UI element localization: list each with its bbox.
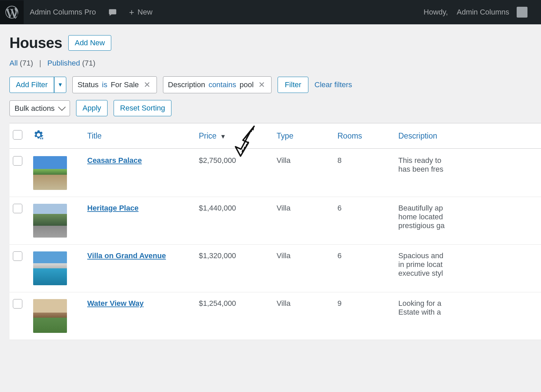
row-type: Villa bbox=[273, 245, 334, 292]
view-all-count: (71) bbox=[20, 59, 33, 67]
table-row: Villa on Grand Avenue$1,320,000Villa6Spa… bbox=[9, 245, 541, 292]
row-description: Beautifully aphome locatedprestigious ga bbox=[395, 197, 541, 245]
posts-table: Title Price ▼ Type Rooms Description Cea… bbox=[9, 123, 541, 340]
filter-chip-description[interactable]: Description contains pool ✕ bbox=[163, 76, 272, 93]
view-filters: All (71) | Published (71) bbox=[9, 59, 541, 68]
filter-value: pool bbox=[240, 80, 254, 89]
column-title[interactable]: Title bbox=[84, 123, 195, 149]
column-settings-icon[interactable] bbox=[30, 123, 84, 149]
avatar bbox=[517, 7, 527, 18]
row-type: Villa bbox=[273, 149, 334, 197]
filter-button[interactable]: Filter bbox=[278, 77, 308, 93]
page-content: Houses Add New All (71) | Published (71)… bbox=[0, 24, 541, 340]
row-description: This ready tohas been fres bbox=[395, 149, 541, 197]
admin-bar: Admin Columns Pro + New Howdy, Admin Col… bbox=[0, 0, 541, 24]
row-rooms: 9 bbox=[334, 292, 395, 340]
user-name: Admin Columns bbox=[457, 8, 509, 17]
filter-op: contains bbox=[209, 80, 236, 89]
column-price[interactable]: Price ▼ bbox=[195, 123, 273, 149]
row-thumbnail[interactable] bbox=[33, 299, 67, 333]
select-all-checkbox[interactable] bbox=[13, 130, 22, 140]
add-filter-dropdown-toggle[interactable]: ▼ bbox=[54, 77, 66, 93]
row-type: Villa bbox=[273, 292, 334, 340]
row-title-link[interactable]: Ceasars Palace bbox=[87, 156, 142, 165]
row-price: $1,254,000 bbox=[195, 292, 273, 340]
plus-icon: + bbox=[129, 7, 134, 18]
filter-field: Description bbox=[168, 80, 205, 89]
table-row: Water View Way$1,254,000Villa9Looking fo… bbox=[9, 292, 541, 340]
row-description: Looking for aEstate with a bbox=[395, 292, 541, 340]
row-thumbnail[interactable] bbox=[33, 156, 67, 190]
row-price: $2,750,000 bbox=[195, 149, 273, 197]
sort-desc-icon: ▼ bbox=[220, 133, 226, 140]
row-price: $1,440,000 bbox=[195, 197, 273, 245]
column-type[interactable]: Type bbox=[273, 123, 334, 149]
account-menu[interactable]: Howdy, Admin Columns bbox=[418, 7, 534, 18]
filter-op: is bbox=[102, 80, 108, 89]
row-checkbox[interactable] bbox=[13, 251, 22, 261]
filter-value: For Sale bbox=[111, 80, 139, 89]
table-row: Ceasars Palace$2,750,000Villa8This ready… bbox=[9, 149, 541, 197]
page-header: Houses Add New bbox=[9, 34, 541, 51]
row-title-link[interactable]: Heritage Place bbox=[87, 204, 139, 212]
row-thumbnail[interactable] bbox=[33, 204, 67, 238]
row-description: Spacious andin prime locatexecutive styl bbox=[395, 245, 541, 292]
filter-row: Add Filter ▼ Status is For Sale ✕ Descri… bbox=[9, 76, 541, 93]
row-title-link[interactable]: Water View Way bbox=[87, 299, 144, 308]
row-price: $1,320,000 bbox=[195, 245, 273, 292]
new-content-link[interactable]: + New bbox=[123, 7, 159, 18]
view-sep: | bbox=[39, 59, 41, 67]
filter-chip-status[interactable]: Status is For Sale ✕ bbox=[72, 76, 157, 93]
site-title: Admin Columns Pro bbox=[30, 8, 96, 17]
column-checkbox bbox=[9, 123, 30, 149]
howdy-text: Howdy, bbox=[424, 8, 448, 17]
bulk-actions-select[interactable]: Bulk actions bbox=[9, 100, 70, 116]
wordpress-logo-icon[interactable] bbox=[0, 0, 24, 24]
add-filter-button-group: Add Filter ▼ bbox=[9, 77, 66, 93]
table-row: Heritage Place$1,440,000Villa6Beautifull… bbox=[9, 197, 541, 245]
add-new-button[interactable]: Add New bbox=[68, 35, 111, 51]
site-title-link[interactable]: Admin Columns Pro bbox=[24, 8, 102, 17]
page-title: Houses bbox=[9, 34, 62, 51]
row-thumbnail[interactable] bbox=[33, 251, 67, 285]
apply-button[interactable]: Apply bbox=[76, 100, 108, 116]
row-checkbox[interactable] bbox=[13, 204, 22, 213]
clear-filters-link[interactable]: Clear filters bbox=[314, 80, 352, 89]
row-rooms: 6 bbox=[334, 197, 395, 245]
row-rooms: 6 bbox=[334, 245, 395, 292]
view-all-link[interactable]: All bbox=[9, 59, 18, 67]
row-title-link[interactable]: Villa on Grand Avenue bbox=[87, 251, 166, 260]
row-checkbox[interactable] bbox=[13, 299, 22, 309]
view-published-link[interactable]: Published bbox=[47, 59, 80, 67]
row-rooms: 8 bbox=[334, 149, 395, 197]
row-type: Villa bbox=[273, 197, 334, 245]
close-icon[interactable]: ✕ bbox=[257, 80, 266, 90]
filter-field: Status bbox=[77, 80, 98, 89]
reset-sorting-button[interactable]: Reset Sorting bbox=[114, 100, 171, 116]
row-checkbox[interactable] bbox=[13, 156, 22, 166]
new-label: New bbox=[138, 8, 152, 17]
view-published-count: (71) bbox=[82, 59, 95, 67]
bulk-row: Bulk actions Apply Reset Sorting bbox=[9, 100, 541, 116]
column-description[interactable]: Description bbox=[395, 123, 541, 149]
comments-icon[interactable] bbox=[102, 8, 123, 17]
close-icon[interactable]: ✕ bbox=[142, 80, 152, 90]
add-filter-button[interactable]: Add Filter bbox=[9, 77, 54, 93]
column-rooms[interactable]: Rooms bbox=[334, 123, 395, 149]
